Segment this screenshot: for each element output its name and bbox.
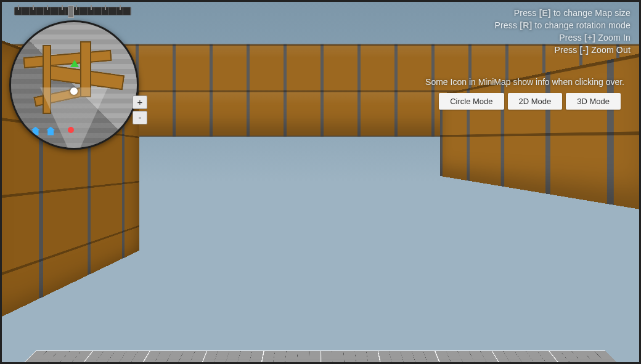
target-arrow-icon[interactable] — [70, 60, 79, 68]
objective-icon[interactable] — [68, 127, 74, 133]
circle-mode-button[interactable]: Circle Mode — [439, 93, 504, 110]
key-r-icon: [R] — [520, 20, 532, 30]
minimap-zoom-controls: + - — [133, 95, 147, 124]
key-plus-icon: [+] — [584, 33, 595, 42]
help-text: Zoom In — [595, 33, 631, 42]
house-icon[interactable] — [31, 127, 40, 135]
key-minus-icon: [-] — [579, 45, 589, 55]
help-text: Press — [555, 45, 580, 55]
help-overlay: Press [E] to change Map size Press [R] t… — [494, 7, 631, 56]
minimap[interactable]: + - — [9, 20, 139, 150]
key-e-icon: [E] — [539, 8, 551, 18]
help-text: to change rotation mode — [532, 20, 631, 30]
compass-ruler — [14, 7, 131, 15]
compass-heading-icon — [68, 6, 74, 18]
zoom-out-button[interactable]: - — [133, 111, 147, 124]
help-text: Press — [494, 20, 520, 30]
minimap-tip: Some Icon in MiniMap show info when clic… — [425, 77, 624, 87]
mode-button-group: Circle Mode 2D Mode 3D Mode — [439, 93, 621, 110]
help-line-rotation: Press [R] to change rotation mode — [494, 19, 631, 31]
player-marker-icon — [70, 87, 78, 95]
help-line-mapsize: Press [E] to change Map size — [494, 7, 631, 19]
view-cone-icon — [40, 87, 108, 150]
3d-mode-button[interactable]: 3D Mode — [566, 93, 621, 110]
help-text: Zoom Out — [589, 45, 631, 55]
help-line-zoomout: Press [-] Zoom Out — [494, 44, 631, 56]
help-text: to change Map size — [551, 8, 631, 18]
2d-mode-button[interactable]: 2D Mode — [508, 93, 563, 110]
help-text: Press — [559, 33, 584, 42]
help-line-zoomin: Press [+] Zoom In — [494, 31, 631, 44]
zoom-in-button[interactable]: + — [133, 95, 147, 109]
help-text: Press — [514, 8, 539, 18]
minimap-terrain — [11, 22, 137, 148]
